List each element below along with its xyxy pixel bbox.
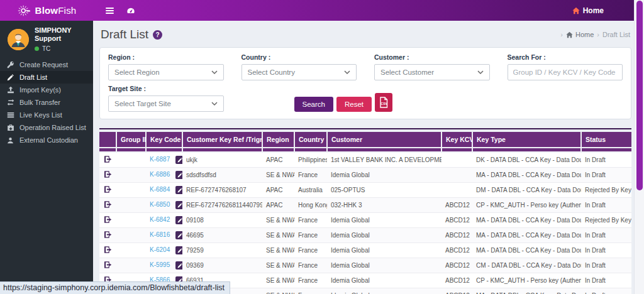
country-select[interactable]: Select Country (242, 64, 357, 80)
export-csv-button[interactable]: CSV (375, 93, 392, 112)
search-for-label: Search For : (508, 53, 623, 61)
export-icon[interactable] (104, 155, 112, 163)
key-code-link[interactable]: K-5995 (150, 261, 170, 268)
cell-customer-key-ref: 46695 (182, 228, 262, 243)
brand-name: BlowFish (35, 5, 77, 16)
edit-icon[interactable] (175, 216, 182, 224)
breadcrumb-home-icon (566, 31, 573, 38)
reset-button[interactable]: Reset (336, 97, 372, 112)
briefcase-icon (6, 124, 14, 131)
cell-key-code: K-6850 (146, 198, 182, 213)
cell-key-type: MA - DATA DBL - CCA Key - Data Double (472, 243, 581, 258)
cell-customer: Idemia Global (327, 213, 441, 228)
chevron-down-icon (344, 70, 350, 75)
export-icon[interactable] (104, 200, 112, 209)
edit-icon[interactable] (175, 156, 182, 164)
sidebar-item-label: Operation Raised List (19, 124, 86, 131)
search-input[interactable] (508, 64, 623, 80)
column-header: Country (294, 132, 327, 148)
export-icon[interactable] (104, 261, 112, 269)
svg-text:CSV: CSV (381, 102, 388, 106)
cell-status: In Draft (581, 288, 631, 294)
search-button[interactable]: Search (294, 97, 333, 112)
breadcrumb-home[interactable]: Home (566, 31, 594, 38)
key-code-link[interactable]: K-6887 (150, 156, 170, 163)
cell-customer: 025-OPTUS (327, 183, 441, 198)
home-link[interactable]: Home (572, 6, 604, 15)
page-scrollbar[interactable] (634, 0, 644, 294)
sidebar-toggle-icon[interactable] (106, 6, 114, 15)
edit-icon[interactable] (175, 246, 182, 254)
key-code-link[interactable]: K-6850 (150, 201, 170, 208)
sidebar-item-bulk-transfer[interactable]: Bulk Transfer (0, 96, 93, 109)
key-code-link[interactable]: K-6886 (150, 171, 170, 178)
scrollbar-thumb[interactable] (636, 1, 643, 190)
column-header: Customer (327, 132, 441, 148)
sidebar-item-import-keys[interactable]: Import Key(s) (0, 84, 93, 96)
edit-icon[interactable] (175, 201, 182, 209)
user-avatar[interactable] (8, 29, 29, 50)
customer-label: Customer : (374, 53, 490, 61)
cell-key-code: K-6816 (146, 228, 182, 243)
column-header: Region (262, 132, 294, 148)
list-icon (6, 111, 14, 119)
brand-logo[interactable]: BlowFish (0, 3, 93, 18)
edit-icon[interactable] (175, 171, 182, 179)
cell-export (99, 213, 116, 228)
cell-group-id (116, 243, 146, 258)
cell-export (99, 228, 116, 243)
cell-key-code: K-6884 (146, 183, 182, 198)
key-code-link[interactable]: K-6204 (150, 246, 170, 253)
cell-key-type: MA - DATA DBL - CCA Key - Data Double (472, 228, 581, 243)
filter-panel: Region : Select Region Country : Select … (99, 47, 631, 119)
column-header: Status (581, 132, 631, 148)
edit-icon[interactable] (175, 261, 182, 270)
country-label: Country : (242, 53, 357, 61)
help-icon[interactable]: ? (153, 30, 162, 40)
cell-key-kcv (441, 168, 472, 183)
table-row: K-6850REF-672747626811440799APACHong Kon… (99, 198, 631, 213)
cell-key-type: CP - KMC_AUTH - Perso key (Authentificat… (472, 198, 581, 213)
chevron-down-icon (477, 70, 484, 75)
edit-icon[interactable] (175, 186, 182, 194)
export-icon[interactable] (104, 185, 112, 193)
key-icon (6, 61, 14, 68)
cell-group-id (116, 198, 146, 213)
target-site-select[interactable]: Select Target Site (108, 95, 224, 112)
cell-key-type: DK - DATA DBL - CCA Key - Data Double (472, 152, 581, 168)
cell-country: France (294, 243, 327, 258)
sidebar-item-create-request[interactable]: Create Request (0, 58, 93, 71)
cell-key-kcv: ABCD12 (441, 258, 472, 273)
sidebar-item-operation-raised-list[interactable]: Operation Raised List (0, 121, 93, 134)
cell-status: In Draft (581, 228, 631, 243)
customer-select[interactable]: Select Customer (374, 64, 490, 80)
key-code-link[interactable]: K-6842 (150, 216, 170, 223)
cell-region: SE & NWA (262, 228, 294, 243)
edit-icon[interactable] (175, 231, 182, 239)
cell-key-code: K-6887 (146, 152, 182, 168)
key-code-link[interactable]: K-6816 (150, 231, 170, 238)
sidebar-item-live-keys-list[interactable]: Live Keys List (0, 109, 93, 121)
cell-status: Rejected By Key Admin (581, 213, 631, 228)
table-row: K-6884REF-6727476268107APACAustralia025-… (99, 183, 631, 198)
table-body: K-6887ukjkAPACPhilippines1st VALLEY BANK… (99, 152, 631, 294)
key-code-link[interactable]: K-6884 (150, 186, 170, 193)
user-status-label: TC (42, 45, 50, 52)
export-icon[interactable] (104, 215, 112, 224)
blowfish-logo-icon (17, 3, 32, 18)
export-icon[interactable] (104, 246, 112, 254)
cell-customer-key-ref: sdsdfsdfsd (182, 168, 262, 183)
sidebar-item-draft-list[interactable]: Draft List (0, 71, 93, 84)
cell-export (99, 168, 116, 183)
export-icon[interactable] (104, 170, 112, 178)
export-icon[interactable] (104, 231, 112, 239)
breadcrumb-current: Draft List (602, 31, 630, 38)
region-select[interactable]: Select Region (108, 64, 224, 80)
breadcrumb: › Home › Draft List (560, 31, 630, 38)
sidebar-item-label: Draft List (19, 74, 47, 81)
dashboard-gauge-icon[interactable] (126, 6, 135, 15)
sidebar-item-external-custodian[interactable]: External Custodian (0, 134, 93, 146)
cell-country: France (294, 168, 327, 183)
cell-key-kcv: ABCD12 (441, 243, 472, 258)
table-row: K-6886sdsdfsdfsdSE & NWAFranceIdemia Glo… (99, 168, 631, 183)
